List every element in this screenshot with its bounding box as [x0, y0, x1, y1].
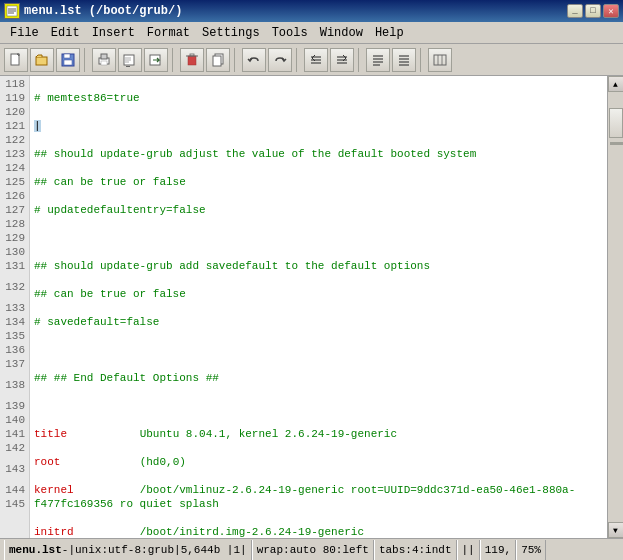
indent-left-button[interactable]	[304, 48, 328, 72]
menu-settings[interactable]: Settings	[196, 24, 266, 42]
svg-rect-21	[190, 54, 194, 56]
app-icon	[4, 3, 20, 19]
separator6	[420, 48, 424, 72]
menu-tools[interactable]: Tools	[266, 24, 314, 42]
code-line-126: # savedefault=false	[34, 315, 603, 329]
code-line-120: ## should update-grub adjust the value o…	[34, 147, 603, 161]
svg-rect-9	[64, 60, 72, 65]
code-line-129	[34, 399, 603, 413]
delete-button[interactable]	[180, 48, 204, 72]
format2-button[interactable]	[392, 48, 416, 72]
code-line-118: # memtest86=true	[34, 91, 603, 105]
app-window: menu.lst (/boot/grub/) _ □ ✕ File Edit I…	[0, 0, 623, 560]
code-line-121: ## can be true or false	[34, 175, 603, 189]
close-button[interactable]: ✕	[603, 4, 619, 18]
svg-rect-12	[101, 61, 107, 65]
status-filename: menu.lst -|unix:utf-8:grub|5,644b |1|	[4, 540, 252, 560]
print-button[interactable]	[92, 48, 116, 72]
code-line-128: ## ## End Default Options ##	[34, 371, 603, 385]
new-button[interactable]	[4, 48, 28, 72]
svg-rect-38	[434, 55, 446, 65]
toolbar	[0, 44, 623, 76]
status-file-label: menu.lst	[9, 544, 62, 556]
maximize-button[interactable]: □	[585, 4, 601, 18]
svg-rect-6	[36, 57, 47, 65]
status-encoding: -|unix:utf-8:grub|5,644b |1|	[62, 544, 247, 556]
window-controls: _ □ ✕	[567, 4, 619, 18]
preview-button[interactable]	[118, 48, 142, 72]
status-zoom-label: 75%	[521, 544, 541, 556]
code-line-130: title Ubuntu 8.04.1, kernel 2.6.24-19-ge…	[34, 427, 603, 441]
status-line-number: 119	[485, 544, 505, 556]
code-line-122: # updatedefaultentry=false	[34, 203, 603, 217]
editor-container: 118 119 120 121 122 123 124 125 126 127 …	[0, 76, 623, 538]
menu-bar: File Edit Insert Format Settings Tools W…	[0, 22, 623, 44]
extra-button[interactable]	[428, 48, 452, 72]
code-line-131: root (hd0,0)	[34, 455, 603, 469]
code-line-125: ## can be true or false	[34, 287, 603, 301]
save-button[interactable]	[56, 48, 80, 72]
copy-button[interactable]	[206, 48, 230, 72]
status-bar: menu.lst -|unix:utf-8:grub|5,644b |1| wr…	[0, 538, 623, 560]
code-line-127	[34, 343, 603, 357]
code-editor[interactable]: # memtest86=true | ## should update-grub…	[30, 76, 607, 538]
menu-file[interactable]: File	[4, 24, 45, 42]
svg-rect-23	[213, 56, 221, 66]
menu-format[interactable]: Format	[141, 24, 196, 42]
code-line-119: |	[34, 119, 603, 133]
menu-window[interactable]: Window	[314, 24, 369, 42]
menu-edit[interactable]: Edit	[45, 24, 86, 42]
status-empty: ||	[457, 540, 480, 560]
scroll-down-arrow[interactable]: ▼	[608, 522, 624, 538]
separator1	[84, 48, 88, 72]
indent-right-button[interactable]	[330, 48, 354, 72]
scroll-up-arrow[interactable]: ▲	[608, 76, 624, 92]
scrollbar-thumb[interactable]	[609, 108, 623, 138]
undo-button[interactable]	[242, 48, 266, 72]
status-tabs: tabs:4:indt	[374, 540, 457, 560]
code-line-133: initrd /boot/initrd.img-2.6.24-19-generi…	[34, 525, 603, 538]
export-button[interactable]	[144, 48, 168, 72]
redo-button[interactable]	[268, 48, 292, 72]
code-line-124: ## should update-grub add savedefault to…	[34, 259, 603, 273]
status-wrap: wrap:auto 80:left	[252, 540, 374, 560]
separator3	[234, 48, 238, 72]
svg-rect-11	[101, 54, 107, 59]
status-tabs-label: tabs:4:indt	[379, 544, 452, 556]
vertical-scrollbar: ▲ ▼	[607, 76, 623, 538]
separator4	[296, 48, 300, 72]
line-numbers: 118 119 120 121 122 123 124 125 126 127 …	[0, 76, 30, 538]
svg-rect-8	[64, 54, 70, 58]
window-title: menu.lst (/boot/grub/)	[24, 4, 182, 18]
open-button[interactable]	[30, 48, 54, 72]
svg-rect-4	[11, 54, 19, 65]
svg-rect-14	[126, 66, 130, 67]
code-line-123	[34, 231, 603, 245]
separator2	[172, 48, 176, 72]
code-line-132: kernel /boot/vmlinuz-2.6.24-19-generic r…	[34, 483, 603, 511]
status-zoom: 75%	[516, 540, 546, 560]
menu-help[interactable]: Help	[369, 24, 410, 42]
status-wrap-label: wrap:auto 80:left	[257, 544, 369, 556]
separator5	[358, 48, 362, 72]
menu-insert[interactable]: Insert	[86, 24, 141, 42]
svg-rect-19	[188, 56, 196, 65]
minimize-button[interactable]: _	[567, 4, 583, 18]
format1-button[interactable]	[366, 48, 390, 72]
status-line: 119,	[480, 540, 516, 560]
title-bar: menu.lst (/boot/grub/) _ □ ✕	[0, 0, 623, 22]
